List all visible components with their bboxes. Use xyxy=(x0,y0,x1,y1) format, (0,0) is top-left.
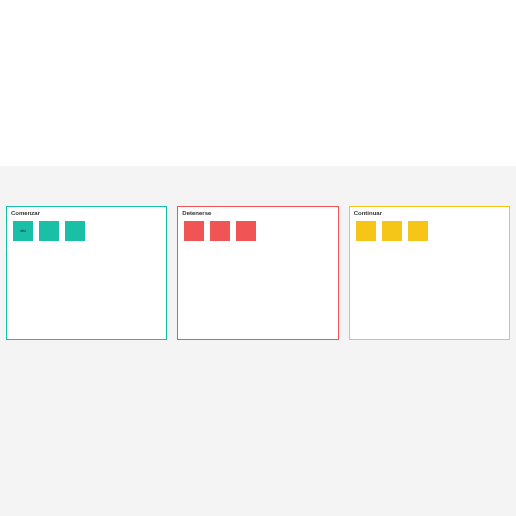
sticky-note[interactable] xyxy=(39,221,59,241)
column-title-stop: Detenerse xyxy=(178,207,337,219)
sticky-note[interactable] xyxy=(236,221,256,241)
columns-row: Comenzar idea Detenerse xyxy=(6,206,510,340)
notes-stop xyxy=(178,219,337,241)
column-continue[interactable]: Continuar xyxy=(349,206,510,340)
sticky-note[interactable] xyxy=(408,221,428,241)
sticky-note-label: idea xyxy=(20,230,26,233)
sticky-note[interactable] xyxy=(210,221,230,241)
column-title-start: Comenzar xyxy=(7,207,166,219)
notes-start: idea xyxy=(7,219,166,241)
sticky-note[interactable] xyxy=(184,221,204,241)
sticky-note[interactable] xyxy=(382,221,402,241)
sticky-note[interactable] xyxy=(356,221,376,241)
sticky-note[interactable] xyxy=(65,221,85,241)
sticky-note[interactable]: idea xyxy=(13,221,33,241)
column-title-continue: Continuar xyxy=(350,207,509,219)
retro-canvas[interactable]: Comenzar idea Detenerse xyxy=(0,166,516,516)
column-start[interactable]: Comenzar idea xyxy=(6,206,167,340)
notes-continue xyxy=(350,219,509,241)
column-stop[interactable]: Detenerse xyxy=(177,206,338,340)
